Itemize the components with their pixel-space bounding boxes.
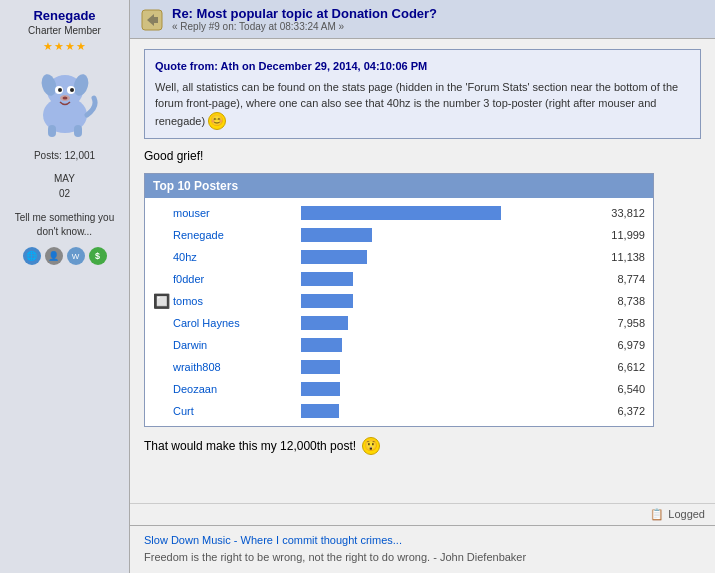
- poster-name[interactable]: Curt: [173, 405, 293, 417]
- quote-header: Quote from: Ath on December 29, 2014, 04…: [155, 58, 690, 75]
- poster-count: 6,372: [595, 405, 645, 417]
- table-row: 40hz11,138: [145, 246, 653, 268]
- row-icon: 🔲: [153, 293, 173, 309]
- logged-area: 📋 Logged: [130, 503, 715, 525]
- user-stats: Posts: 12,001: [34, 148, 95, 163]
- sig-line1[interactable]: Slow Down Music - Where I commit thought…: [144, 532, 701, 550]
- table-row: Darwin6,979: [145, 334, 653, 356]
- poster-name[interactable]: wraith808: [173, 361, 293, 373]
- bar-container: [301, 250, 587, 264]
- poster-count: 8,774: [595, 273, 645, 285]
- logged-icon: 📋: [650, 508, 664, 521]
- poster-count: 33,812: [595, 207, 645, 219]
- poster-name[interactable]: f0dder: [173, 273, 293, 285]
- poster-name[interactable]: tomos: [173, 295, 293, 307]
- logged-label: Logged: [668, 508, 705, 520]
- table-row: Deozaan6,540: [145, 378, 653, 400]
- post-header: Re: Most popular topic at Donation Coder…: [130, 0, 715, 39]
- table-row: 🔲tomos8,738: [145, 290, 653, 312]
- post-body: Quote from: Ath on December 29, 2014, 04…: [130, 39, 715, 503]
- user-badge: MAY02: [54, 171, 75, 201]
- table-row: mouser33,812: [145, 202, 653, 224]
- surprised-emoji: 😲: [362, 437, 380, 455]
- svg-point-6: [58, 88, 62, 92]
- sig-link[interactable]: Slow Down Music - Where I commit thought…: [144, 534, 402, 546]
- user-title: Charter Member: [28, 25, 101, 36]
- poster-count: 6,979: [595, 339, 645, 351]
- post-title: Re: Most popular topic at Donation Coder…: [172, 6, 705, 21]
- table-row: Carol Haynes7,958: [145, 312, 653, 334]
- poster-bar: [301, 272, 353, 286]
- bar-container: [301, 228, 587, 242]
- poster-count: 11,999: [595, 229, 645, 241]
- bar-container: [301, 316, 587, 330]
- poster-bar: [301, 206, 501, 220]
- table-body: mouser33,812Renegade11,99940hz11,138f0dd…: [145, 198, 653, 426]
- username[interactable]: Renegade: [33, 8, 95, 23]
- smiley-icon: 😊: [208, 112, 226, 130]
- sig-line2: Freedom is the right to be wrong, not th…: [144, 549, 701, 567]
- poster-bar: [301, 360, 340, 374]
- svg-point-7: [70, 88, 74, 92]
- user-motto: Tell me something you don't know...: [6, 211, 123, 239]
- user-icon-bar: 🌐 👤 W $: [23, 247, 107, 265]
- table-title: Top 10 Posters: [145, 174, 653, 198]
- bar-container: [301, 338, 587, 352]
- bar-container: [301, 360, 587, 374]
- poster-name[interactable]: Darwin: [173, 339, 293, 351]
- post-footer: That would make this my 12,000th post! 😲: [144, 437, 701, 455]
- post-meta: « Reply #9 on: Today at 08:33:24 AM »: [172, 21, 705, 32]
- poster-bar: [301, 382, 340, 396]
- globe-icon[interactable]: 🌐: [23, 247, 41, 265]
- poster-bar: [301, 338, 342, 352]
- top-posters-table: Top 10 Posters mouser33,812Renegade11,99…: [144, 173, 654, 427]
- poster-name[interactable]: 40hz: [173, 251, 293, 263]
- signature: Slow Down Music - Where I commit thought…: [130, 525, 715, 573]
- bar-container: [301, 382, 587, 396]
- www-icon[interactable]: W: [67, 247, 85, 265]
- person-icon[interactable]: 👤: [45, 247, 63, 265]
- poster-count: 11,138: [595, 251, 645, 263]
- quote-box: Quote from: Ath on December 29, 2014, 04…: [144, 49, 701, 139]
- poster-bar: [301, 316, 348, 330]
- poster-name[interactable]: Renegade: [173, 229, 293, 241]
- quote-text: Well, all statistics can be found on the…: [155, 79, 690, 130]
- user-stars: ★★★★: [43, 40, 87, 53]
- poster-bar: [301, 228, 372, 242]
- table-row: wraith8086,612: [145, 356, 653, 378]
- dollar-icon[interactable]: $: [89, 247, 107, 265]
- bar-container: [301, 294, 587, 308]
- poster-count: 7,958: [595, 317, 645, 329]
- poster-name[interactable]: Carol Haynes: [173, 317, 293, 329]
- poster-name[interactable]: mouser: [173, 207, 293, 219]
- svg-point-9: [62, 97, 67, 100]
- table-row: Renegade11,999: [145, 224, 653, 246]
- svg-rect-10: [48, 125, 56, 137]
- poster-bar: [301, 250, 367, 264]
- reply-icon: [140, 8, 164, 32]
- poster-bar: [301, 294, 353, 308]
- poster-count: 6,540: [595, 383, 645, 395]
- poster-bar: [301, 404, 339, 418]
- poster-count: 8,738: [595, 295, 645, 307]
- svg-rect-11: [74, 125, 82, 137]
- bar-container: [301, 404, 587, 418]
- bar-container: [301, 272, 587, 286]
- avatar: [30, 63, 100, 138]
- bar-container: [301, 206, 587, 220]
- table-row: f0dder8,774: [145, 268, 653, 290]
- poster-name[interactable]: Deozaan: [173, 383, 293, 395]
- poster-count: 6,612: [595, 361, 645, 373]
- good-grief-text: Good grief!: [144, 149, 701, 163]
- table-row: Curt6,372: [145, 400, 653, 422]
